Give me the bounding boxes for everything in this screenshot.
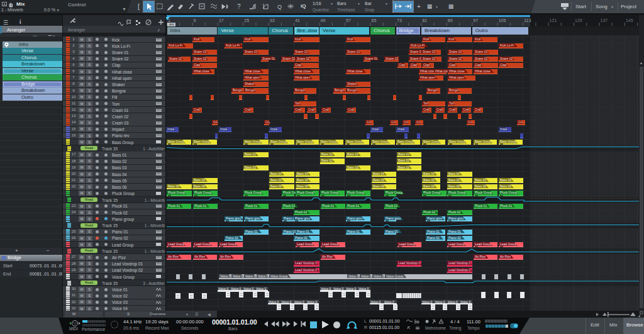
- svg-text:?: ?: [237, 3, 241, 10]
- svg-text:Q: Q: [277, 4, 282, 10]
